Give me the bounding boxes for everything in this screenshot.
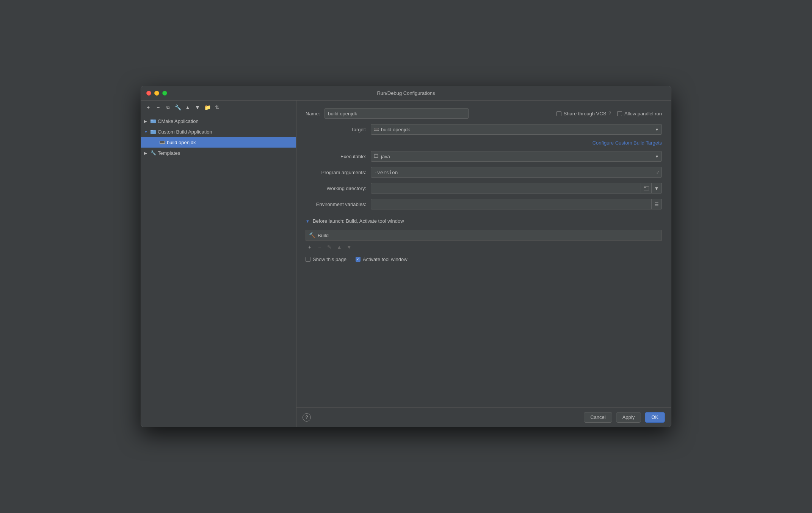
expand-icon[interactable]: ⤢ [656,170,660,175]
cmake-folder-icon [150,118,156,124]
titlebar: Run/Debug Configurations [141,86,671,101]
chevron-down-icon: ▼ [144,130,149,134]
sidebar-item-custom-build[interactable]: ▼ Custom Build Application [141,126,296,137]
ok-button[interactable]: OK [645,412,665,423]
before-launch-up-button[interactable]: ▲ [335,243,343,251]
env-vars-input[interactable] [371,199,662,209]
wrench-small-icon: 🔧 [150,150,156,156]
env-vars-field-wrap: ☰ [371,199,662,209]
before-launch-down-button[interactable]: ▼ [345,243,353,251]
build-item-label: Build [318,233,329,238]
working-dir-wrap: ▼ [371,183,662,194]
svg-rect-3 [150,130,153,131]
copy-config-button[interactable]: ⧉ [164,103,172,112]
target-label: Target: [306,127,366,132]
dir-buttons: ▼ [641,183,662,194]
show-this-page-checkbox[interactable] [306,257,310,262]
before-launch-edit-button[interactable]: ✎ [325,243,334,251]
footer: ? Cancel Apply OK [296,407,671,427]
before-launch-remove-button[interactable]: − [315,243,324,251]
target-icon [374,127,379,132]
configure-custom-build-link[interactable]: Configure Custom Build Targets [371,140,662,146]
program-args-input[interactable] [371,167,662,178]
name-input[interactable] [324,108,469,119]
form-area: Name: Share through VCS ? Allow parallel… [296,101,671,407]
wrench-button[interactable]: 🔧 [174,103,182,112]
top-options: Share through VCS ? Allow parallel run [556,111,662,116]
executable-field-wrap: java ▼ [371,151,662,162]
help-button[interactable]: ? [303,413,311,422]
svg-rect-11 [644,187,646,188]
target-select[interactable]: build openjdk [371,124,662,135]
env-vars-row: Environment variables: ☰ [306,199,662,209]
svg-rect-5 [160,141,165,143]
build-openjdk-item-label: build openjdk [167,140,196,145]
activate-tool-window-label: Activate tool window [363,256,408,262]
question-mark-icon[interactable]: ? [608,111,611,116]
move-up-button[interactable]: ▲ [183,103,192,112]
working-dir-field-wrap: ▼ [371,183,662,194]
target-row: Target: build openjdk [306,124,662,135]
working-dir-row: Working directory: [306,183,662,194]
executable-row: Executable: java [306,151,662,162]
svg-rect-1 [150,120,153,121]
show-this-page-label: Show this page [313,256,346,262]
program-args-row: Program arguments: ⤢ [306,167,662,178]
collapse-icon[interactable]: ▼ [306,219,310,223]
sidebar-toolbar: + − ⧉ 🔧 ▲ ▼ 📁 ⇅ [141,101,296,114]
executable-select-wrap: java ▼ [371,151,662,162]
before-launch-add-button[interactable]: + [306,243,314,251]
sidebar-item-templates[interactable]: ▶ 🔧 Templates [141,148,296,158]
show-this-page-option[interactable]: Show this page [306,256,346,262]
minimize-button[interactable] [154,91,159,96]
build-item: 🔨 Build [306,230,662,241]
working-dir-input[interactable] [371,183,662,194]
target-select-wrap: build openjdk ▼ [371,124,662,135]
sidebar-tree: ▶ CMake Application ▼ [141,114,296,427]
activate-tool-window-checkbox[interactable] [356,257,361,262]
program-args-wrap: ⤢ [371,167,662,178]
sort-button[interactable]: ⇅ [213,103,221,112]
folder-button[interactable]: 📁 [203,103,212,112]
share-vcs-label: Share through VCS [564,111,607,116]
before-launch-title: Before launch: Build, Activate tool wind… [313,218,404,224]
add-config-button[interactable]: + [144,103,152,112]
main-content: + − ⧉ 🔧 ▲ ▼ 📁 ⇅ ▶ [141,101,671,427]
before-launch-header: ▼ Before launch: Build, Activate tool wi… [306,215,662,226]
activate-tool-window-option[interactable]: Activate tool window [356,256,408,262]
sidebar-item-build-openjdk[interactable]: build openjdk [141,137,296,148]
share-vcs-checkbox[interactable] [556,111,561,116]
target-field-wrap: build openjdk ▼ [371,124,662,135]
custom-build-folder-icon [150,129,156,135]
executable-icon [374,154,378,159]
share-vcs-option[interactable]: Share through VCS ? [556,111,611,116]
executable-select[interactable]: java [371,151,662,162]
env-edit-button[interactable]: ☰ [651,199,662,209]
main-window: Run/Debug Configurations + − ⧉ 🔧 ▲ ▼ 📁 ⇅… [141,86,671,427]
move-down-button[interactable]: ▼ [193,103,202,112]
browse-dir-button[interactable] [641,183,651,194]
close-button[interactable] [146,91,151,96]
svg-rect-7 [374,128,379,131]
working-dir-label: Working directory: [306,186,366,191]
remove-config-button[interactable]: − [154,103,162,112]
window-title: Run/Debug Configurations [377,90,435,96]
configure-row: Configure Custom Build Targets [306,140,662,146]
executable-label: Executable: [306,154,366,159]
name-label: Name: [306,111,320,116]
apply-button[interactable]: Apply [616,412,641,423]
allow-parallel-option[interactable]: Allow parallel run [617,111,662,116]
allow-parallel-checkbox[interactable] [617,111,622,116]
program-args-field-wrap: ⤢ [371,167,662,178]
cmake-item-label: CMake Application [158,118,199,124]
dir-dropdown-button[interactable]: ▼ [651,183,662,194]
sidebar-item-cmake[interactable]: ▶ CMake Application [141,116,296,126]
cancel-button[interactable]: Cancel [584,412,612,423]
name-row: Name: Share through VCS ? Allow parallel… [306,108,662,119]
footer-right: Cancel Apply OK [584,412,665,423]
launch-toolbar: + − ✎ ▲ ▼ [306,243,662,251]
maximize-button[interactable] [162,91,167,96]
right-panel: Name: Share through VCS ? Allow parallel… [296,101,671,427]
custom-build-item-label: Custom Build Application [158,129,212,135]
program-args-label: Program arguments: [306,170,366,175]
